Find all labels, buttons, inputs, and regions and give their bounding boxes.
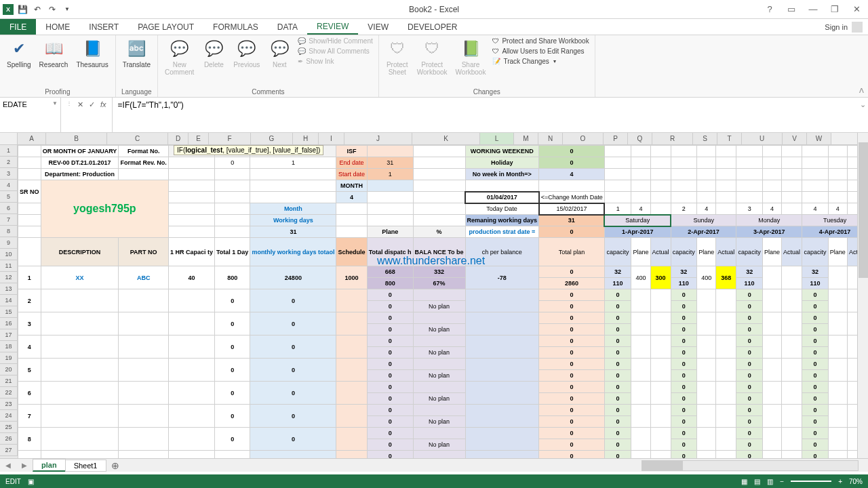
view-page-layout-icon[interactable]: ▤ [754, 478, 760, 485]
col-header-V[interactable]: V [783, 133, 807, 144]
spelling-button[interactable]: ✔Spelling [4, 37, 34, 70]
sheet-tab-plan[interactable]: plan [33, 459, 66, 472]
tab-view[interactable]: VIEW [358, 19, 398, 35]
track-changes[interactable]: 📝Track Changes▾ [491, 57, 590, 66]
restore-button[interactable]: ❐ [826, 3, 844, 16]
col-header-E[interactable]: E [189, 133, 209, 144]
enter-formula-icon[interactable]: ✓ [89, 100, 95, 109]
row-header-23[interactable]: 23 [0, 399, 18, 410]
zoom-in-icon[interactable]: + [838, 478, 842, 485]
col-header-G[interactable]: G [251, 133, 293, 144]
tab-developer[interactable]: DEVELOPER [398, 19, 467, 35]
row-header-22[interactable]: 22 [0, 387, 18, 399]
research-button[interactable]: 📖Research [37, 37, 71, 70]
row-header-21[interactable]: 21 [0, 375, 18, 387]
zoom-slider[interactable] [791, 481, 831, 482]
protect-workbook-button[interactable]: 🛡Protect Workbook [414, 37, 450, 77]
row-header-9[interactable]: 9 [0, 237, 18, 249]
col-header-B[interactable]: B [46, 133, 107, 144]
col-header-Q[interactable]: Q [628, 133, 652, 144]
col-header-U[interactable]: U [742, 133, 783, 144]
protect-share-workbook[interactable]: 🛡Protect and Share Workbook [491, 37, 590, 45]
tab-data[interactable]: DATA [268, 19, 307, 35]
col-header-K[interactable]: K [412, 133, 480, 144]
share-workbook-button[interactable]: 📗Share Workbook [453, 37, 489, 77]
translate-button[interactable]: 🔤Translate [120, 37, 153, 70]
row-header-12[interactable]: 12 [0, 272, 18, 283]
col-header-R[interactable]: R [652, 133, 693, 144]
col-header-C[interactable]: C [107, 133, 168, 144]
view-page-break-icon[interactable]: ▥ [767, 478, 773, 485]
col-header-I[interactable]: I [319, 133, 344, 144]
view-normal-icon[interactable]: ▦ [741, 478, 747, 485]
sheet-table[interactable]: OR MONTH OF JANUARYFormat No.ISFWORKING … [18, 145, 868, 458]
tab-insert[interactable]: INSERT [79, 19, 128, 35]
tab-file[interactable]: FILE [0, 19, 36, 35]
cells-area[interactable]: www.thundershare.net OR MONTH OF JANUARY… [18, 145, 868, 458]
col-header-D[interactable]: D [168, 133, 189, 144]
sheet-tab-sheet1[interactable]: Sheet1 [65, 460, 106, 472]
col-header-T[interactable]: T [717, 133, 742, 144]
show-hide-comment[interactable]: 💬Show/Hide Comment [296, 37, 374, 45]
col-header-S[interactable]: S [693, 133, 717, 144]
col-header-P[interactable]: P [604, 133, 628, 144]
close-button[interactable]: ✕ [848, 3, 865, 16]
formula-input[interactable]: =IF(L7="Th",1,"0") [113, 98, 857, 132]
row-header-24[interactable]: 24 [0, 410, 18, 422]
horizontal-scrollbar[interactable] [642, 460, 859, 471]
col-header-H[interactable]: H [293, 133, 319, 144]
new-sheet-button[interactable]: ⊕ [108, 460, 122, 472]
sign-in-link[interactable]: Sign in [819, 19, 868, 35]
row-header-6[interactable]: 6 [0, 203, 18, 214]
row-header-13[interactable]: 13 [0, 283, 18, 295]
row-header-11[interactable]: 11 [0, 260, 18, 272]
vertical-scrollbar[interactable] [857, 133, 868, 458]
cancel-formula-icon[interactable]: ✕ [77, 100, 83, 109]
collapse-ribbon-icon[interactable]: ᐱ [854, 35, 868, 97]
row-header-18[interactable]: 18 [0, 341, 18, 352]
row-header-10[interactable]: 10 [0, 249, 18, 260]
row-header-15[interactable]: 15 [0, 306, 18, 318]
expand-formula-bar-icon[interactable]: ⌄ [857, 98, 868, 132]
row-header-3[interactable]: 3 [0, 168, 18, 180]
minimize-button[interactable]: — [804, 3, 822, 16]
row-header-2[interactable]: 2 [0, 157, 18, 168]
new-comment-button[interactable]: 💬New Comment [162, 37, 197, 77]
select-all-corner[interactable] [0, 133, 18, 144]
tab-review[interactable]: REVIEW [307, 19, 358, 35]
undo-icon[interactable]: ↶ [31, 3, 43, 16]
spreadsheet-grid[interactable]: ABCDEFGHIJKLMNOPQRSTUVW 1234567891011121… [0, 133, 868, 458]
col-header-L[interactable]: L [480, 133, 514, 144]
row-header-20[interactable]: 20 [0, 364, 18, 375]
row-header-16[interactable]: 16 [0, 318, 18, 329]
row-header-14[interactable]: 14 [0, 295, 18, 306]
tab-formulas[interactable]: FORMULAS [203, 19, 268, 35]
col-header-A[interactable]: A [18, 133, 46, 144]
col-header-N[interactable]: N [538, 133, 563, 144]
save-icon[interactable]: 💾 [16, 3, 28, 16]
row-header-7[interactable]: 7 [0, 214, 18, 226]
row-header-17[interactable]: 17 [0, 329, 18, 341]
row-header-26[interactable]: 26 [0, 433, 18, 445]
thesaurus-button[interactable]: 📘Thesaurus [73, 37, 111, 70]
macro-record-icon[interactable]: ▣ [28, 478, 34, 485]
tab-page-layout[interactable]: PAGE LAYOUT [128, 19, 203, 35]
row-header-27[interactable]: 27 [0, 445, 18, 456]
row-header-8[interactable]: 8 [0, 226, 18, 237]
qat-customize-icon[interactable]: ▼ [61, 3, 73, 16]
col-header-M[interactable]: M [514, 133, 538, 144]
sheet-nav-next[interactable]: ▶ [16, 462, 33, 469]
col-header-F[interactable]: F [209, 133, 251, 144]
row-header-4[interactable]: 4 [0, 180, 18, 191]
row-header-19[interactable]: 19 [0, 352, 18, 364]
name-box-input[interactable] [3, 100, 52, 108]
insert-function-icon[interactable]: fx [100, 100, 106, 108]
col-header-O[interactable]: O [563, 133, 604, 144]
row-header-5[interactable]: 5 [0, 191, 18, 203]
allow-edit-ranges[interactable]: 🛡Allow Users to Edit Ranges [491, 47, 590, 56]
help-icon[interactable]: ? [761, 3, 778, 16]
col-header-W[interactable]: W [807, 133, 831, 144]
tab-home[interactable]: HOME [36, 19, 79, 35]
redo-icon[interactable]: ↷ [46, 3, 58, 16]
show-all-comments[interactable]: 💬Show All Comments [296, 47, 374, 56]
